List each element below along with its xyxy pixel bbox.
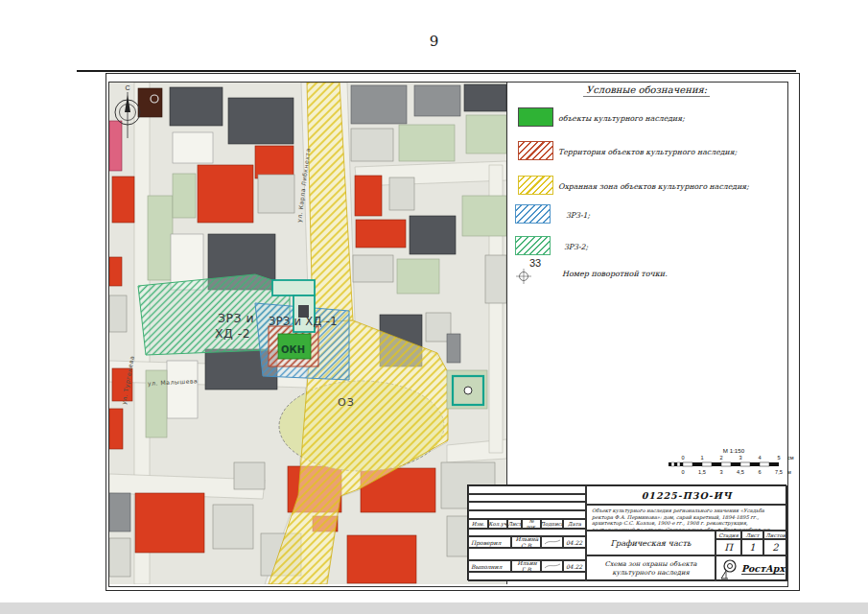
scale-tick-m: 0 <box>676 469 690 475</box>
scale-bar: М 1:150 0 1 2 3 4 5 см 0 1,5 <box>667 447 803 484</box>
document-number: 01225-ПЗО-ИЧ <box>586 485 787 505</box>
scale-title: М 1:150 <box>686 447 782 454</box>
map-svg: С ЗРЗ и ХД -2 ЗРЗ и ХД -1 ОКН ОЗ ул. Кар… <box>109 83 506 584</box>
grid-row-empty <box>468 529 586 536</box>
role-performed: Выполнил <box>468 560 511 572</box>
zone-label-zrz-hd2-line1: ЗРЗ и <box>218 311 254 325</box>
scale-ruler <box>667 461 803 467</box>
company-name: РостАрх <box>741 563 785 575</box>
stage-value: П <box>716 539 741 555</box>
header-rule <box>77 70 796 72</box>
zone-label-zrz-hd1: ЗРЗ и ХД -1 <box>269 315 338 328</box>
scale-tick-m: 4,5 <box>734 469 747 475</box>
legend-swatch-heritage-object <box>518 107 553 127</box>
col-header-ndok: № док. <box>522 519 541 529</box>
scale-unit-m: м <box>787 469 791 475</box>
scale-tick-m: 7,5 <box>772 469 786 475</box>
sheet-title: Схема зон охраны объекта культурного нас… <box>586 555 716 581</box>
col-header-podpis: Подпись <box>541 519 563 529</box>
compass-north-label: С <box>125 84 129 91</box>
legend-label-heritage-object: объекты культурного наследия; <box>558 114 685 123</box>
scale-tick: 2 <box>715 455 728 460</box>
scale-tick-m: 6 <box>753 469 766 475</box>
scanned-page: 9 <box>0 0 868 614</box>
legend-swatch-territory <box>518 141 553 160</box>
revision-row-empty <box>468 485 586 494</box>
rostarh-logo-icon <box>718 558 739 579</box>
legend-swatch-protection-zone <box>518 176 553 195</box>
zone-label-zrz-hd2-line2: ХД -2 <box>215 326 250 341</box>
sheet-header: Лист <box>741 531 763 539</box>
signature-checked <box>541 536 563 548</box>
col-header-izm: Изм. <box>468 519 488 529</box>
company-logo: РостАрх <box>716 555 787 581</box>
col-header-data: Дата <box>563 519 586 529</box>
turning-point-icon <box>516 269 531 284</box>
scale-tick: 5 <box>772 455 786 460</box>
object-description: Объект культурного наследия региональног… <box>586 505 787 531</box>
revision-row-empty <box>468 510 586 519</box>
role-checked: Проверил <box>468 536 511 548</box>
col-header-list: Лист <box>507 519 522 529</box>
legend-label-zrz2: ЗРЗ-2; <box>564 243 588 251</box>
sheets-header: Листов <box>763 531 787 539</box>
date-performed: 04.22 <box>563 560 586 572</box>
name-checked: Ильина С.В. <box>511 536 541 548</box>
poi-marker <box>447 370 487 409</box>
scale-tick-m: 1,5 <box>695 469 709 475</box>
legend-label-territory: Территория объектов культурного наследия… <box>558 148 737 156</box>
legend-swatch-zrz2 <box>515 236 551 255</box>
scale-tick: 0 <box>676 455 690 460</box>
zone-label-okn: ОКН <box>281 344 305 355</box>
legend-title: Условные обозначения: <box>583 84 710 97</box>
legend-point-number: 33 <box>529 257 541 269</box>
sheets-value: 2 <box>763 539 787 555</box>
scale-tick: 3 <box>734 455 747 460</box>
sheet-value: 1 <box>741 539 763 555</box>
scale-tick-m: 3 <box>715 469 728 475</box>
legend-label-protection-zone: Охранная зона объектов культурного насле… <box>558 182 749 191</box>
scale-tick: 4 <box>753 455 766 460</box>
legend-label-zrz1: ЗРЗ-1; <box>566 211 590 220</box>
legend-swatch-zrz1 <box>515 204 551 224</box>
legend-point-label: Номер поворотной точки. <box>562 270 668 278</box>
page-number: 9 <box>0 33 868 50</box>
grid-row-empty <box>468 572 586 581</box>
signature-performed <box>541 560 563 572</box>
name-performed: Ильин Г.В. <box>511 560 541 572</box>
zone-label-oz: ОЗ <box>338 396 355 409</box>
col-header-koluch: Кол.уч <box>488 519 507 529</box>
legend-panel: Условные обозначения: объекты культурног… <box>508 84 788 449</box>
map-area: С ЗРЗ и ХД -2 ЗРЗ и ХД -1 ОКН ОЗ ул. Кар… <box>109 83 507 584</box>
scale-unit-cm: см <box>787 455 794 460</box>
section-title: Графическая часть <box>586 531 716 555</box>
date-checked: 04.22 <box>563 536 586 548</box>
grid-row-empty <box>468 548 586 560</box>
revision-row-empty <box>468 494 586 502</box>
stage-header: Стадия <box>716 531 741 539</box>
scale-tick: 1 <box>695 455 709 460</box>
revision-row-empty <box>468 502 586 510</box>
title-block: Изм. Кол.уч Лист № док. Подпись Дата Про… <box>467 484 786 580</box>
scan-edge-strip <box>0 602 868 614</box>
